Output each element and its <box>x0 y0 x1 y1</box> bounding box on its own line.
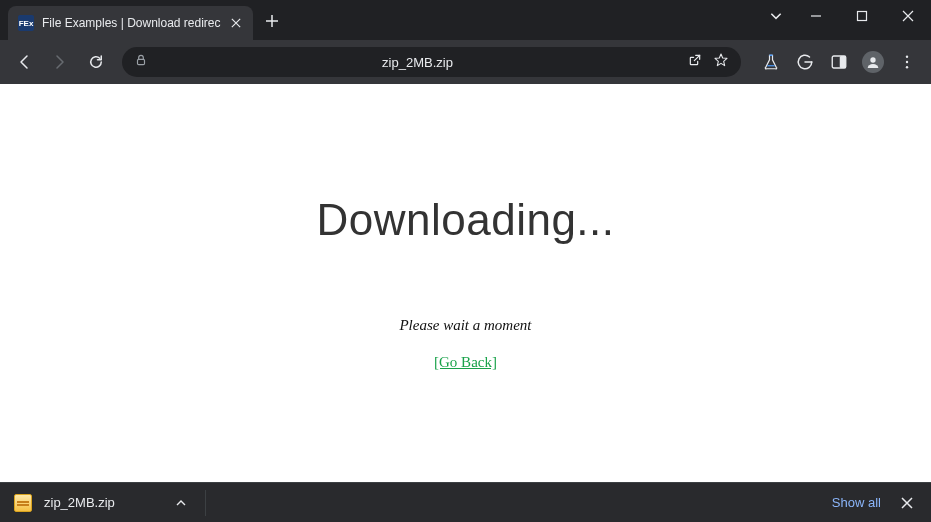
back-button[interactable] <box>8 46 40 78</box>
page-subtitle: Please wait a moment <box>399 317 531 334</box>
svg-rect-0 <box>858 12 867 21</box>
svg-point-6 <box>906 61 908 63</box>
window-maximize-button[interactable] <box>839 0 885 32</box>
window-minimize-button[interactable] <box>793 0 839 32</box>
separator <box>205 490 206 516</box>
url-text: zip_2MB.zip <box>158 55 677 70</box>
extension-flask-icon[interactable] <box>755 46 787 78</box>
svg-point-7 <box>906 66 908 68</box>
share-icon[interactable] <box>687 52 703 72</box>
toolbar: zip_2MB.zip <box>0 40 931 84</box>
svg-rect-3 <box>840 56 846 68</box>
tab-title: File Examples | Download redirec <box>42 16 221 30</box>
lock-icon <box>134 53 148 71</box>
tab-close-icon[interactable] <box>229 13 243 33</box>
avatar-icon <box>862 51 884 73</box>
download-filename: zip_2MB.zip <box>44 495 115 510</box>
tab-favicon: FEx <box>18 15 34 31</box>
download-options-icon[interactable] <box>165 487 197 519</box>
show-all-downloads-link[interactable]: Show all <box>822 489 891 516</box>
page-heading: Downloading... <box>316 195 614 245</box>
tab-search-icon[interactable] <box>759 0 793 32</box>
toolbar-right <box>751 46 923 78</box>
svg-point-5 <box>906 56 908 58</box>
reload-button[interactable] <box>80 46 112 78</box>
kebab-menu-icon[interactable] <box>891 46 923 78</box>
zip-file-icon <box>14 494 32 512</box>
browser-tab[interactable]: FEx File Examples | Download redirec <box>8 6 253 40</box>
page-content: Downloading... Please wait a moment [Go … <box>0 84 931 482</box>
svg-point-4 <box>870 57 875 62</box>
bookmark-star-icon[interactable] <box>713 52 729 72</box>
forward-button <box>44 46 76 78</box>
new-tab-button[interactable] <box>265 14 279 32</box>
go-back-link[interactable]: [Go Back] <box>434 354 497 371</box>
download-item[interactable]: zip_2MB.zip <box>8 487 125 519</box>
svg-rect-1 <box>138 59 145 64</box>
window-controls <box>759 0 931 32</box>
download-bar: zip_2MB.zip Show all <box>0 482 931 522</box>
profile-avatar[interactable] <box>857 46 889 78</box>
side-panel-icon[interactable] <box>823 46 855 78</box>
download-bar-close-icon[interactable] <box>891 487 923 519</box>
google-g-icon[interactable] <box>789 46 821 78</box>
window-close-button[interactable] <box>885 0 931 32</box>
titlebar: FEx File Examples | Download redirec <box>0 0 931 40</box>
address-bar[interactable]: zip_2MB.zip <box>122 47 741 77</box>
